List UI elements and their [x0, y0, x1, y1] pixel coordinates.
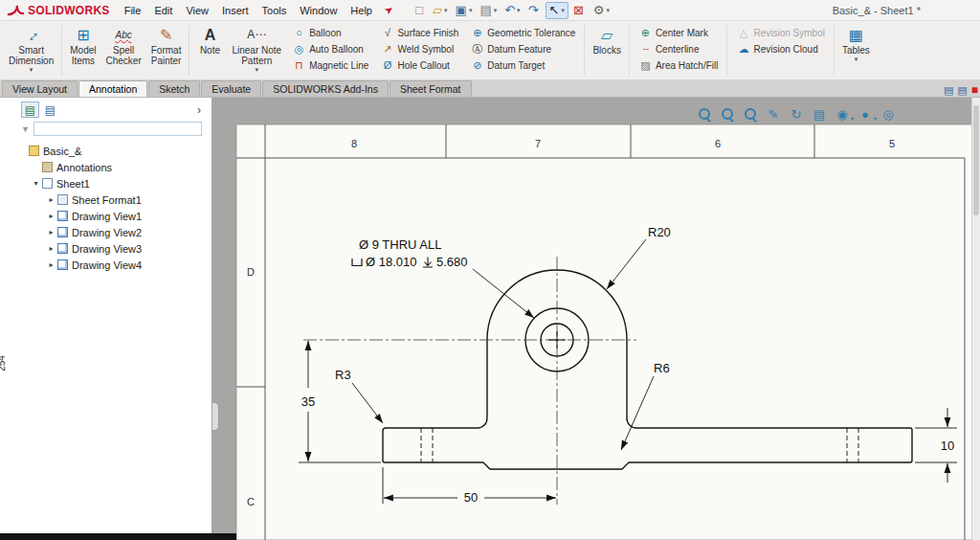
spell-checker-button[interactable]: Abc Spell Checker	[101, 22, 146, 79]
menu-item[interactable]: Help	[344, 3, 379, 18]
zoom-to-fit-button[interactable]	[696, 105, 713, 123]
dim-r3-text[interactable]: R3	[335, 368, 351, 382]
drawing-sheet[interactable]	[236, 124, 980, 540]
flyout-pin-icon[interactable]: ➤	[382, 3, 396, 18]
panel-collapse-arrow[interactable]: ›	[192, 103, 206, 117]
tree-item-root[interactable]: Basic_&	[13, 143, 212, 159]
options-button[interactable]: ⚙ ▾	[590, 2, 612, 19]
expand-arrow-icon[interactable]: ▸	[46, 228, 56, 236]
dock-panel-icon[interactable]: ▤	[944, 84, 953, 97]
expand-arrow-icon[interactable]: ▸	[46, 212, 56, 220]
balloon-button[interactable]: ○ Balloon	[289, 25, 371, 40]
menu-item[interactable]: Edit	[147, 3, 179, 18]
magnetic-line-button[interactable]: ⊓ Magnetic Line	[289, 57, 371, 73]
revision-symbol-icon: △	[736, 27, 750, 39]
3d-drawing-view-button[interactable]: ✎	[765, 105, 782, 123]
tab[interactable]: Annotation	[78, 80, 147, 97]
tab[interactable]: Evaluate	[201, 80, 261, 97]
redo-button[interactable]: ↷	[525, 2, 544, 19]
expand-arrow-icon[interactable]: ▸	[46, 244, 56, 253]
menu-item[interactable]: File	[118, 3, 148, 18]
new-document-button[interactable]: □	[412, 2, 428, 19]
rebuild-button[interactable]: ⊠	[570, 2, 589, 19]
tab[interactable]: Sheet Format	[390, 80, 472, 97]
geometric-tolerance-button[interactable]: ⊕ Geometric Tolerance	[467, 25, 578, 40]
filter-input[interactable]	[33, 122, 202, 136]
property-manager-tab[interactable]: ▤	[41, 101, 59, 118]
centerline-button[interactable]: -·- Centerline	[635, 41, 722, 56]
document-title: Basic_& - Sheet1 *	[833, 5, 921, 16]
dim-35-text[interactable]: 35	[301, 394, 315, 409]
center-mark-button[interactable]: ⊕ Center Mark	[635, 25, 722, 40]
hole-callout-line1[interactable]: Ø 9 THRU ALL	[359, 237, 441, 252]
hole-callout-button[interactable]: Ø Hole Callout	[377, 57, 461, 73]
sheet-properties-button[interactable]: ▤	[811, 105, 828, 123]
dim-r6-text[interactable]: R6	[654, 361, 670, 375]
note-button[interactable]: A Note	[192, 22, 227, 79]
surface-finish-button[interactable]: √ Surface Finish	[377, 25, 461, 40]
tab[interactable]: SOLIDWORKS Add-Ins	[262, 80, 389, 97]
scrollbar-thumb[interactable]	[973, 105, 979, 215]
datum-target-button[interactable]: ⊘ Datum Target	[467, 57, 578, 73]
menu-item[interactable]: Insert	[215, 3, 256, 18]
hole-callout-cbore-dia[interactable]: Ø 18.010	[366, 255, 417, 269]
tree-item-drawing-view1[interactable]: ▸ Drawing View1	[13, 208, 212, 224]
menu-item[interactable]: View	[179, 3, 215, 18]
open-button[interactable]: ▱ ▾	[430, 2, 451, 19]
area-hatch-button[interactable]: ▨ Area Hatch/Fill	[635, 57, 722, 73]
zone-col-5: 5	[889, 138, 895, 149]
zoom-to-area-button[interactable]	[719, 105, 736, 123]
rotate-view-button[interactable]: ↻	[788, 105, 805, 123]
centers-column: ⊕ Center Mark -·- Centerline ▨ Area Hatc…	[633, 22, 724, 79]
linear-note-pattern-button[interactable]: A⋯ Linear Note Pattern ▾	[227, 22, 286, 79]
datum-feature-button[interactable]: Ⓐ Datum Feature	[467, 41, 578, 56]
hide-show-items-button[interactable]: ◉ ▾	[834, 105, 851, 123]
model-items-button[interactable]: ⊞ Model Items	[65, 22, 100, 79]
drawing-canvas[interactable]: 8 7 6 5 D C	[212, 98, 980, 540]
menu-item[interactable]: Tools	[256, 3, 294, 18]
previous-view-button[interactable]	[742, 105, 759, 123]
dim-r20-text[interactable]: R20	[648, 225, 671, 239]
pan-button[interactable]: ◎	[880, 105, 897, 123]
expand-arrow-icon[interactable]: ▸	[46, 195, 56, 204]
layout-panel-icon[interactable]: ▤	[957, 84, 967, 97]
quick-toolbar: □ ▱ ▾ ▣ ▾ ▤ ▾ ↶	[412, 2, 612, 19]
weld-symbol-button[interactable]: ↗ Weld Symbol	[377, 41, 461, 56]
revision-cloud-button[interactable]: ☁ Revision Cloud	[733, 41, 827, 56]
dim-50-text[interactable]: 50	[464, 490, 478, 505]
tables-button[interactable]: ▦ Tables ▾	[837, 22, 875, 79]
command-manager-ribbon: ↔ Smart Dimension ▾ ⊞ Model Items Abc Sp…	[0, 21, 980, 80]
tree-item-sheet-format1[interactable]: ▸ Sheet Format1	[13, 191, 212, 208]
print-button[interactable]: ▤ ▾	[477, 2, 500, 19]
record-indicator-icon[interactable]: ■	[971, 83, 978, 97]
tree-item-drawing-view3[interactable]: ▸ Drawing View3	[13, 240, 212, 257]
smart-dimension-button[interactable]: ↔ Smart Dimension ▾	[4, 22, 58, 79]
view-settings-button[interactable]: ● ▾	[857, 105, 874, 123]
tree-item-label: Sheet1	[56, 178, 90, 190]
expand-arrow-icon[interactable]: ▾	[31, 179, 41, 188]
tab[interactable]: View Layout	[2, 80, 78, 97]
tab[interactable]: Sketch	[148, 80, 200, 97]
save-button[interactable]: ▣ ▾	[453, 2, 476, 19]
feature-tree-tab[interactable]: ▤	[21, 101, 39, 118]
tree-item-drawing-view4[interactable]: ▸ Drawing View4	[13, 257, 212, 273]
blocks-button[interactable]: ▱ Blocks	[588, 22, 625, 79]
auto-balloon-button[interactable]: ◎ Auto Balloon	[289, 41, 371, 56]
drawing-area[interactable]: 8 7 6 5 D C	[212, 98, 980, 540]
revision-cloud-icon: ☁	[736, 43, 750, 56]
tree-item-drawing-view2[interactable]: ▸ Drawing View2	[13, 224, 212, 240]
undo-button[interactable]: ↶ ▾	[501, 2, 523, 19]
balloon-icon: ○	[292, 27, 306, 38]
select-button[interactable]: ↖ ▾	[546, 2, 568, 19]
dim-10-text[interactable]: 10	[941, 439, 954, 453]
tree-item-sheet1[interactable]: ▾ Sheet1	[13, 175, 212, 191]
format-painter-button[interactable]: ✎ Format Painter	[146, 22, 187, 79]
panel-splitter-handle[interactable]	[212, 402, 219, 431]
menu-item[interactable]: Window	[293, 3, 344, 18]
revision-symbol-button[interactable]: △ Revision Symbol	[733, 25, 827, 40]
hole-callout-cbore-depth[interactable]: 5.680	[436, 255, 468, 269]
vertical-scrollbar[interactable]	[971, 98, 980, 540]
expand-arrow-icon[interactable]: ▸	[46, 260, 56, 269]
tree-item-annotations[interactable]: Annotations	[13, 159, 212, 175]
finish-column: √ Surface Finish ↗ Weld Symbol Ø Hole Ca…	[374, 22, 464, 79]
